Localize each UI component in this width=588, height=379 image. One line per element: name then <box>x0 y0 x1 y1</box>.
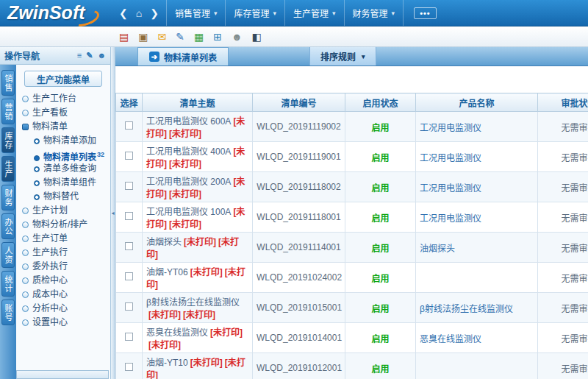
unprinted-tag: [未打印] <box>148 310 181 320</box>
tree-item-16[interactable]: 分析中心 <box>22 302 110 316</box>
cell-status: 启用 <box>345 263 416 293</box>
tree-item-3[interactable]: 物料清单 <box>22 120 110 134</box>
module-tab-1[interactable]: 销售 <box>1 70 15 96</box>
monitor-icon[interactable]: ◧ <box>252 32 262 42</box>
table-row[interactable]: 恶臭在线监测仪[未打印][未打印]WLQD_20191014001启用恶臭在线监… <box>116 323 588 353</box>
table-row[interactable]: 工况用电监测仪 400A[未打印][未打印]WLQD_20191119001启用… <box>116 142 588 172</box>
user-icon[interactable]: ☻ <box>232 32 243 42</box>
node-icon <box>22 96 29 102</box>
node-icon <box>22 263 29 270</box>
tree-item-label: 委外执行 <box>32 261 68 272</box>
row-checkbox[interactable] <box>125 152 133 160</box>
menu-item-1[interactable]: 销售管理▾ <box>166 0 226 26</box>
cell-product <box>416 263 538 293</box>
tree-item-7[interactable]: 物料清单组件 <box>22 176 110 190</box>
sidebar-footer-panel[interactable] <box>16 370 109 379</box>
apps-icon[interactable]: ⊞ <box>213 32 222 42</box>
forward-icon[interactable]: ❯ <box>150 7 159 19</box>
back-icon[interactable]: ❮ <box>119 7 128 19</box>
sidebar: 操作导航 ≡✎☻ 销售营销库存生产财务办公人资统计账号 生产功能菜单 生产工作台… <box>0 47 110 379</box>
menu-item-4[interactable]: 财务管理▾ <box>344 0 404 26</box>
node-icon <box>22 110 29 116</box>
menu-item-3[interactable]: 生产管理▾ <box>284 0 344 26</box>
tab-material-list[interactable]: ➔ 物料清单列表 <box>137 47 229 65</box>
cell-select <box>116 202 143 233</box>
tree-item-10[interactable]: 物料分析/排产 <box>22 218 110 232</box>
table-row[interactable]: 工况用电监测仪 200A[未打印][未打印]WLQD_20191118002启用… <box>116 172 588 202</box>
row-checkbox[interactable] <box>125 212 133 220</box>
tree-item-14[interactable]: 质检中心 <box>22 274 110 288</box>
mail-icon[interactable]: ✉ <box>157 32 166 42</box>
cell-status: 启用 <box>345 293 416 323</box>
module-tab-3[interactable]: 库存 <box>1 127 15 153</box>
tree-item-1[interactable]: 生产工作台 <box>22 92 110 106</box>
column-header-1[interactable]: 选择 <box>116 93 143 112</box>
tree-item-2[interactable]: 生产看板 <box>22 106 110 120</box>
sort-rule-dropdown[interactable]: 排序规则 ▾ <box>309 47 376 65</box>
row-checkbox[interactable] <box>125 182 133 190</box>
more-menu-button[interactable]: ••• <box>414 7 437 19</box>
tree-item-6[interactable]: 清单多维查询 <box>22 162 110 176</box>
table-row[interactable]: 工况用电监测仪 600A[未打印][未打印]WLQD_20191119002启用… <box>116 112 588 142</box>
tree-item-4[interactable]: 物料清单添加 <box>22 134 110 148</box>
column-header-6[interactable]: 审批状态 <box>538 93 588 112</box>
sort-rule-label: 排序规则 <box>320 50 356 63</box>
table-row[interactable]: β射线法扬尘在线监测仪[未打印][未打印]WLQD_20191015001启用β… <box>116 293 588 323</box>
workspace: 操作导航 ≡✎☻ 销售营销库存生产财务办公人资统计账号 生产功能菜单 生产工作台… <box>0 47 588 379</box>
tree-item-12[interactable]: 生产执行 <box>22 246 110 260</box>
row-checkbox[interactable] <box>125 242 133 250</box>
table-row[interactable]: 油烟探头[未打印][未打印]WLQD_20191114001启用油烟探头无需审批 <box>116 233 588 263</box>
row-checkbox[interactable] <box>125 272 133 280</box>
module-tab-7[interactable]: 人资 <box>1 242 15 268</box>
folder-icon[interactable]: ▣ <box>138 32 148 42</box>
tree-item-17[interactable]: 设置中心 <box>22 316 110 330</box>
menu-item-2[interactable]: 库存管理▾ <box>225 0 284 26</box>
list-subject: 工况用电监测仪 400A <box>146 146 231 157</box>
edit-icon[interactable]: ✎ <box>176 32 184 42</box>
table-row[interactable]: 油烟-YT06[未打印][未打印]WLQD_20191024002启用无需审批 <box>116 263 588 293</box>
production-menu-button[interactable]: 生产功能菜单 <box>24 71 102 87</box>
unprinted-tag: [未打印] <box>184 237 216 247</box>
tree-item-15[interactable]: 成本中心 <box>22 288 110 302</box>
cell-number: WLQD_20191024002 <box>253 263 345 293</box>
row-checkbox[interactable] <box>125 302 133 311</box>
arrow-icon: ➔ <box>149 52 159 62</box>
user-icon[interactable]: ☻ <box>97 51 106 60</box>
module-tab-8[interactable]: 统计 <box>1 271 15 297</box>
module-tab-2[interactable]: 营销 <box>1 99 15 124</box>
column-header-3[interactable]: 清单编号 <box>253 93 345 112</box>
home-icon[interactable]: ⌂ <box>136 7 142 19</box>
cell-select <box>116 142 143 172</box>
pin-icon[interactable]: ✎ <box>86 51 93 60</box>
row-checkbox[interactable] <box>125 121 133 130</box>
column-header-5[interactable]: 产品名称 <box>416 93 538 112</box>
tree-item-8[interactable]: 物料替代 <box>22 190 110 204</box>
row-checkbox[interactable] <box>125 363 133 371</box>
node-icon <box>22 291 29 298</box>
module-tab-9[interactable]: 账号 <box>1 300 15 325</box>
module-tab-6[interactable]: 办公 <box>1 213 15 239</box>
tree-item-11[interactable]: 生产订单 <box>22 232 110 246</box>
cell-subject: 工况用电监测仪 200A[未打印][未打印] <box>143 172 253 202</box>
column-header-4[interactable]: 启用状态 <box>345 93 416 112</box>
report-icon[interactable]: ▤ <box>119 32 129 42</box>
tree-item-5[interactable]: 物料清单列表32 <box>22 148 110 162</box>
module-tab-4[interactable]: 生产 <box>1 156 15 182</box>
tree-item-label: 质检中心 <box>32 275 68 286</box>
sidebar-splitter[interactable]: ◂ <box>110 47 115 379</box>
list-icon[interactable]: ≡ <box>77 51 82 60</box>
calendar-icon[interactable]: ▦ <box>194 32 204 42</box>
table-row[interactable]: 油烟-YT10[未打印][未打印]WLQD_20191012001启用无需审批 <box>116 353 588 379</box>
tree-item-13[interactable]: 委外执行 <box>22 260 110 274</box>
tree-item-label: 分析中心 <box>32 303 68 314</box>
row-checkbox[interactable] <box>125 333 133 341</box>
table-row[interactable]: 工况用电监测仪 100A[未打印][未打印]WLQD_20191118001启用… <box>116 202 588 233</box>
tree-item-label: 生产执行 <box>32 247 68 258</box>
table-container: 选择清单主题清单编号启用状态产品名称审批状态 工况用电监测仪 600A[未打印]… <box>115 66 588 379</box>
column-header-2[interactable]: 清单主题 <box>143 93 253 112</box>
quick-toolbar: ▤▣✉✎▦⊞☻◧ <box>0 26 588 47</box>
cell-approval: 无需审批 <box>538 142 588 172</box>
module-tab-5[interactable]: 财务 <box>1 185 15 210</box>
tree-item-9[interactable]: 生产计划 <box>22 204 110 218</box>
cell-status: 启用 <box>345 172 416 202</box>
